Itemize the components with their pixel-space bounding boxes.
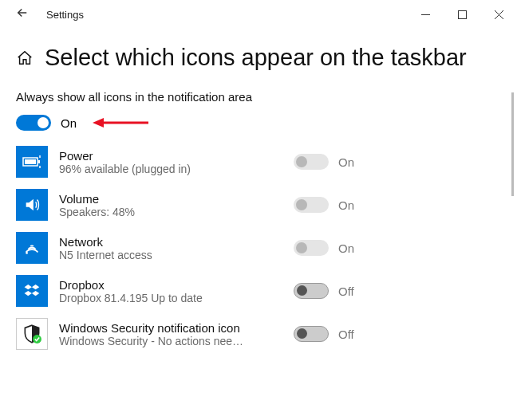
list-item: Volume Speakers: 48% On xyxy=(16,183,501,226)
dropbox-icon xyxy=(16,275,48,307)
item-toggle[interactable] xyxy=(294,283,329,299)
item-title: Windows Security notification icon xyxy=(59,321,294,335)
item-sub: Speakers: 48% xyxy=(59,206,251,218)
list-item: Power 96% available (plugged in) On xyxy=(16,140,501,183)
window-controls xyxy=(407,2,517,27)
item-toggle-label: Off xyxy=(338,285,354,298)
titlebar: Settings xyxy=(0,0,517,29)
item-sub: Windows Security - No actions nee… xyxy=(59,335,251,347)
close-button[interactable] xyxy=(480,2,517,27)
item-toggle[interactable] xyxy=(294,197,329,213)
page-header: Select which icons appear on the taskbar xyxy=(0,29,517,79)
master-toggle-row: On xyxy=(16,115,501,131)
item-sub: 96% available (plugged in) xyxy=(59,163,251,175)
item-toggle-label: On xyxy=(338,198,354,212)
list-item: Dropbox Dropbox 81.4.195 Up to date Off xyxy=(16,269,501,312)
item-toggle-label: On xyxy=(338,241,354,255)
item-toggle[interactable] xyxy=(294,154,329,170)
svg-marker-5 xyxy=(93,118,104,128)
list-item: Network N5 Internet access On xyxy=(16,226,501,269)
item-toggle[interactable] xyxy=(294,326,329,342)
item-title: Dropbox xyxy=(59,278,294,292)
annotation-arrow xyxy=(93,116,148,129)
volume-icon xyxy=(16,189,48,221)
minimize-button[interactable] xyxy=(407,2,444,27)
windows-security-icon xyxy=(16,318,48,350)
content-area: Always show all icons in the notificatio… xyxy=(0,79,517,355)
master-toggle-label: On xyxy=(61,116,77,130)
svg-rect-8 xyxy=(38,160,40,163)
item-toggle-label: On xyxy=(338,155,354,169)
maximize-button[interactable] xyxy=(444,2,480,27)
svg-point-9 xyxy=(26,252,28,254)
list-item: Windows Security notification icon Windo… xyxy=(16,312,501,355)
svg-rect-7 xyxy=(25,159,36,164)
back-button[interactable] xyxy=(6,6,38,24)
network-icon xyxy=(16,232,48,264)
power-icon xyxy=(16,146,48,178)
svg-rect-1 xyxy=(458,10,466,18)
item-sub: Dropbox 81.4.195 Up to date xyxy=(59,292,251,304)
item-title: Network xyxy=(59,235,294,249)
page-title: Select which icons appear on the taskbar xyxy=(45,45,467,71)
master-toggle[interactable] xyxy=(16,115,51,131)
item-toggle[interactable] xyxy=(294,240,329,256)
home-icon[interactable] xyxy=(16,49,34,67)
item-sub: N5 Internet access xyxy=(59,249,251,261)
scrollbar[interactable] xyxy=(511,92,514,196)
section-label: Always show all icons in the notificatio… xyxy=(16,90,501,104)
item-title: Power xyxy=(59,149,294,163)
window-title: Settings xyxy=(38,9,84,21)
item-title: Volume xyxy=(59,192,294,206)
item-toggle-label: Off xyxy=(338,328,354,341)
icon-list: Power 96% available (plugged in) On Volu… xyxy=(16,140,501,355)
